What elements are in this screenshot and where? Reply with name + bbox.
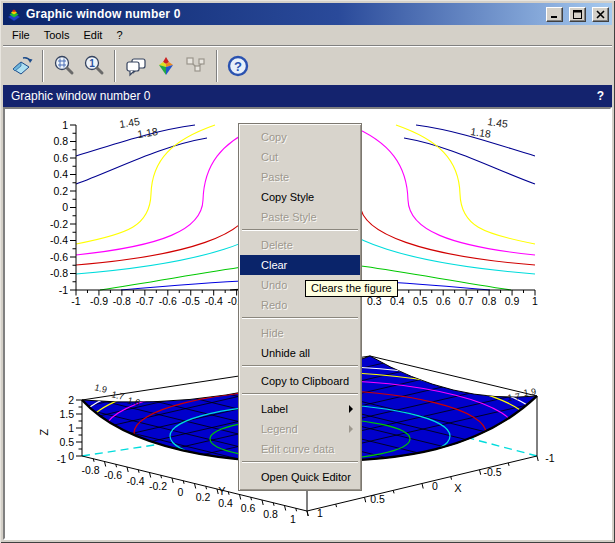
context-menu-item[interactable]: Delete (240, 235, 360, 255)
context-menu-item[interactable]: Paste (240, 167, 360, 187)
submenu-arrow-icon (349, 405, 353, 413)
context-menu-item[interactable]: Open Quick Editor (240, 467, 360, 487)
tick-label: -0.6 (159, 295, 177, 307)
tick-label: 0.5 (59, 436, 74, 448)
context-menu-item[interactable]: Edit curve data (240, 439, 360, 459)
context-menu-item[interactable]: Redo (240, 295, 360, 315)
tick-label: 0.5 (413, 295, 428, 307)
tick-label: -0.8 (113, 295, 131, 307)
infobar-title: Graphic window number 0 (11, 89, 597, 103)
tick-label: -1 (59, 284, 68, 296)
rotate-3d-button[interactable] (7, 51, 37, 81)
app-icon (6, 6, 22, 22)
tick-label: 0.6 (241, 502, 256, 514)
menubar-item[interactable]: Tools (37, 27, 77, 43)
context-menu-item[interactable]: Legend (240, 419, 360, 439)
context-menu-item[interactable]: Label (240, 399, 360, 419)
plot-canvas[interactable]: -1-0.9-0.8-0.7-0.6-0.5-0.4-0.3-0.2-0.100… (3, 107, 612, 540)
tick-label: 1 (532, 295, 538, 307)
tick-label: 0 (178, 486, 184, 498)
submenu-arrow-icon (349, 425, 353, 433)
toolbar-separator (42, 50, 44, 82)
tick-mark (393, 490, 394, 493)
tick-label: 0.4 (53, 168, 68, 180)
tick-label: 0 (432, 480, 438, 492)
tick-label: 0.9 (505, 295, 520, 307)
menubar-item[interactable]: ? (109, 27, 129, 43)
tick-label: -0.9 (90, 295, 108, 307)
contour-level-label: 1.18 (136, 125, 158, 140)
edit-curve-icon (184, 54, 208, 78)
toolbar-separator (114, 50, 116, 82)
tick-label: -0.8 (50, 267, 68, 279)
tick-label: 0.4 (218, 497, 233, 509)
context-menu-item[interactable]: Hide (240, 323, 360, 343)
tick-label: 0.8 (263, 508, 278, 520)
context-menu-item[interactable]: Clear (240, 255, 360, 275)
minimize-button[interactable] (546, 7, 563, 22)
infobar: Graphic window number 0 ? (3, 85, 612, 107)
zoom-area-icon (52, 54, 76, 78)
tick-label: 1 (62, 119, 68, 131)
tick-label: -1 (71, 295, 80, 307)
context-menu-item[interactable]: Cut (240, 147, 360, 167)
tick-mark (537, 456, 538, 461)
tick-mark (336, 504, 337, 507)
toolbar: 1 (3, 45, 612, 85)
tick-label: 0 (62, 201, 68, 213)
tick-mark (508, 463, 509, 466)
tick-label: 0.6 (53, 152, 68, 164)
z-axis-label: Z (38, 428, 50, 435)
tooltip: Clears the figure (305, 280, 398, 297)
tick-label: -1 (545, 452, 554, 464)
surface-level-label: 1.7 (507, 391, 521, 403)
context-menu-item[interactable]: Copy to Clipboard (240, 371, 360, 391)
window-title: Graphic window number 0 (26, 7, 540, 21)
y-axis-label: Y (218, 485, 226, 497)
tick-label: 0.2 (53, 185, 68, 197)
tick-label: 0.7 (459, 295, 474, 307)
tick-label: -0.6 (50, 251, 68, 263)
ged-editor-button[interactable] (151, 51, 181, 81)
tick-mark (307, 511, 308, 516)
tick-label: -0.5 (483, 466, 501, 478)
surface-level-label: 1.9 (523, 386, 537, 398)
context-menu-item[interactable]: Paste Style (240, 207, 360, 227)
datatips-button[interactable] (121, 51, 151, 81)
tick-label: -0.2 (50, 218, 68, 230)
toolbar-separator (216, 50, 218, 82)
tick-mark (480, 470, 481, 475)
tick-label: 1 (317, 507, 323, 519)
svg-text:?: ? (234, 58, 242, 73)
tick-label: -0.6 (104, 469, 122, 481)
infobar-help[interactable]: ? (597, 89, 604, 103)
tick-label: -0.4 (205, 295, 223, 307)
titlebar: Graphic window number 0 (3, 3, 612, 25)
tick-mark (60, 491, 560, 539)
context-menu-item[interactable]: Unhide all (240, 343, 360, 363)
close-icon (596, 10, 605, 19)
edit-curve-button[interactable] (181, 51, 211, 81)
tick-label: 1 (68, 422, 74, 434)
ged-editor-icon (154, 54, 178, 78)
tick-label: -0.4 (50, 234, 68, 246)
tick-label: -0.7 (136, 295, 154, 307)
minimize-icon (550, 10, 559, 19)
tick-label: 1.5 (59, 408, 74, 420)
context-menu-item[interactable]: Copy (240, 127, 360, 147)
zoom-original-button[interactable]: 1 (79, 51, 109, 81)
graphic-window: Graphic window number 0 FileToolsEdit? (0, 0, 615, 543)
tick-label: -0.4 (126, 475, 144, 487)
zoom-original-icon: 1 (82, 54, 106, 78)
tick-label: -0.5 (182, 295, 200, 307)
context-menu: Copy Cut Paste Copy Style Paste Style De… (238, 123, 362, 491)
maximize-button[interactable] (569, 7, 586, 22)
help-button[interactable]: ? (223, 51, 253, 81)
menubar-item[interactable]: File (5, 27, 37, 43)
datatips-icon (124, 54, 148, 78)
x-axis-label: X (454, 482, 462, 494)
context-menu-item[interactable]: Copy Style (240, 187, 360, 207)
zoom-area-button[interactable] (49, 51, 79, 81)
close-button[interactable] (592, 7, 609, 22)
menubar-item[interactable]: Edit (76, 27, 109, 43)
